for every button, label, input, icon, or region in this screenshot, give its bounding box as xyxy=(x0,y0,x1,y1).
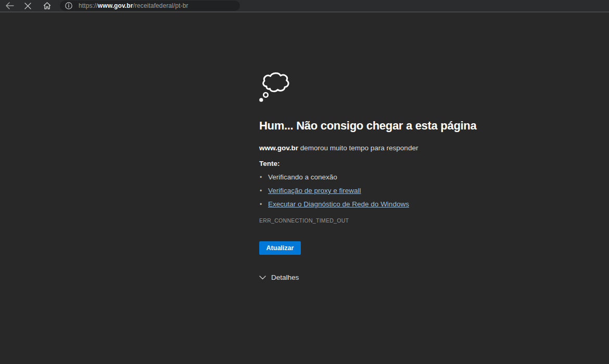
error-page: Hum... Não consigo chegar a esta página … xyxy=(0,14,609,364)
suggestion-network-diagnostics: Executar o Diagnóstico de Rede do Window… xyxy=(259,198,409,211)
details-label: Detalhes xyxy=(271,274,299,281)
error-subtitle: www.gov.br demorou muito tempo para resp… xyxy=(259,144,418,152)
suggestion-proxy-firewall: Verificação de proxy e firewall xyxy=(259,184,409,198)
stop-button[interactable] xyxy=(21,0,34,11)
address-bar[interactable]: https://www.gov.br/receitafederal/pt-br xyxy=(60,1,240,11)
chevron-down-icon xyxy=(259,276,266,280)
home-icon xyxy=(43,2,51,9)
back-button[interactable] xyxy=(3,0,16,11)
suggestion-list: Verificando a conexão Verificação de pro… xyxy=(259,171,409,211)
details-toggle[interactable]: Detalhes xyxy=(259,274,299,281)
site-info-button[interactable] xyxy=(65,2,72,9)
error-subtitle-text: demorou muito tempo para responder xyxy=(298,144,418,152)
url-path: /receitafederal/pt-br xyxy=(133,2,188,9)
url-host: www.gov.br xyxy=(98,2,133,9)
home-button[interactable] xyxy=(41,0,53,11)
back-arrow-icon xyxy=(5,2,14,9)
error-host: www.gov.br xyxy=(259,144,298,152)
url-scheme: https:// xyxy=(79,2,98,9)
refresh-button[interactable]: Atualizar xyxy=(259,241,301,255)
thought-bubble-icon xyxy=(259,71,290,103)
error-code: ERR_CONNECTION_TIMED_OUT xyxy=(259,217,349,224)
try-label: Tente: xyxy=(259,160,280,167)
url-text: https://www.gov.br/receitafederal/pt-br xyxy=(79,2,188,9)
info-icon xyxy=(65,2,72,9)
suggestion-check-connection: Verificando a conexão xyxy=(259,171,409,184)
network-diagnostics-link[interactable]: Executar o Diagnóstico de Rede do Window… xyxy=(268,200,409,208)
suggestion-label: Verificando a conexão xyxy=(268,173,337,181)
browser-toolbar: https://www.gov.br/receitafederal/pt-br xyxy=(0,0,609,12)
close-icon xyxy=(24,3,31,9)
proxy-firewall-link[interactable]: Verificação de proxy e firewall xyxy=(268,187,361,194)
error-title: Hum... Não consigo chegar a esta página xyxy=(259,119,476,133)
